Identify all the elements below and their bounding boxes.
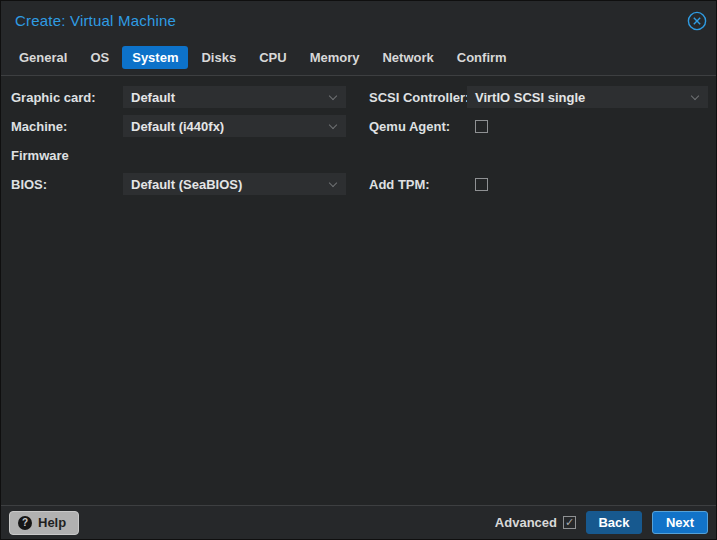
add-tpm-label: Add TPM: [369,177,430,192]
machine-select[interactable]: Default (i440fx) [123,115,346,137]
row-graphic-card: Graphic card: Default SCSI Controller: V… [1,86,716,108]
advanced-label: Advanced [495,515,557,530]
row-bios: BIOS: Default (SeaBIOS) Add TPM: [1,173,716,195]
qemu-agent-label: Qemu Agent: [369,119,450,134]
machine-value: Default (i440fx) [131,119,224,134]
qemu-agent-checkbox[interactable] [475,120,488,133]
row-machine: Machine: Default (i440fx) Qemu Agent: [1,115,716,137]
machine-label: Machine: [11,119,67,134]
help-icon: ? [18,516,32,530]
firmware-section-label: Firmware [11,148,69,163]
chevron-down-icon [329,179,337,187]
row-firmware: Firmware [1,144,716,166]
tab-os[interactable]: OS [80,46,119,69]
tab-disks[interactable]: Disks [191,46,246,69]
scsi-controller-value: VirtIO SCSI single [475,90,585,105]
help-button[interactable]: ? Help [9,511,79,535]
system-tab-panel: Graphic card: Default SCSI Controller: V… [1,75,716,506]
advanced-checkbox[interactable]: ✓ [563,516,576,529]
graphic-card-value: Default [131,90,175,105]
chevron-down-icon [329,92,337,100]
footer-actions: Advanced ✓ Back Next [495,511,716,534]
back-button[interactable]: Back [586,511,642,534]
dialog-footer: ? Help Advanced ✓ Back Next [1,506,716,539]
bios-label: BIOS: [11,177,47,192]
advanced-toggle-group: Advanced ✓ [495,515,576,530]
chevron-down-icon [691,92,699,100]
create-vm-dialog: Create: Virtual Machine General OS Syste… [0,0,717,540]
tab-cpu[interactable]: CPU [249,46,296,69]
scsi-controller-label: SCSI Controller: [369,90,469,105]
help-button-label: Help [38,515,66,530]
wizard-tabbar: General OS System Disks CPU Memory Netwo… [9,45,708,69]
scsi-controller-select[interactable]: VirtIO SCSI single [467,86,708,108]
next-button[interactable]: Next [652,511,708,534]
tab-network[interactable]: Network [372,46,443,69]
graphic-card-label: Graphic card: [11,90,96,105]
chevron-down-icon [329,121,337,129]
bios-value: Default (SeaBIOS) [131,177,242,192]
tab-confirm[interactable]: Confirm [447,46,517,69]
add-tpm-checkbox[interactable] [475,178,488,191]
tab-system[interactable]: System [122,46,188,69]
dialog-title: Create: Virtual Machine [15,12,176,29]
titlebar: Create: Virtual Machine [1,1,716,41]
tab-general[interactable]: General [9,46,77,69]
close-icon[interactable] [687,11,707,31]
tab-memory[interactable]: Memory [300,46,370,69]
graphic-card-select[interactable]: Default [123,86,346,108]
bios-select[interactable]: Default (SeaBIOS) [123,173,346,195]
